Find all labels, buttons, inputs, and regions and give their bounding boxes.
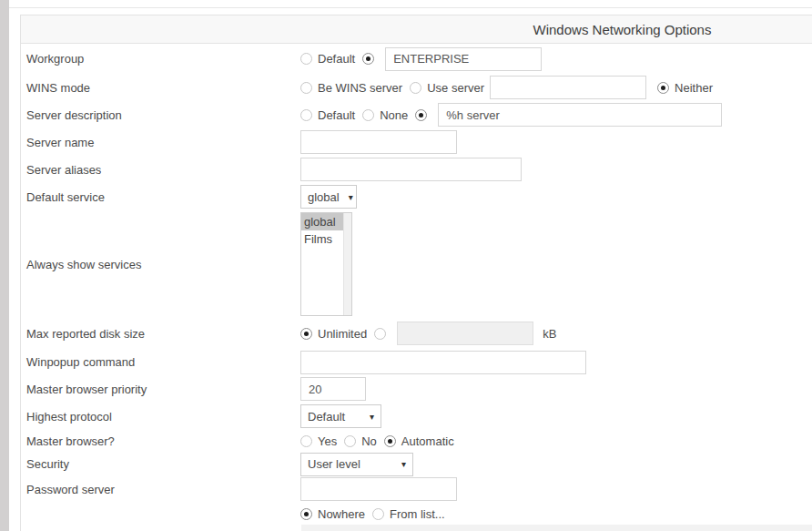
server-description-default-radio-label: Default (318, 108, 355, 122)
panel-header: Windows Networking Options (21, 15, 812, 44)
wins-server-input[interactable] (490, 76, 646, 99)
highest-protocol-row: Highest protocol Default ▾ (21, 403, 812, 430)
password-source-nowhere-radio-label: Nowhere (318, 507, 365, 521)
master-browser-row: Master browser? Yes No Automatic (21, 430, 812, 453)
always-show-services-label: Always show services (21, 258, 300, 271)
max-disk-unlimited-radio-label: Unlimited (318, 327, 367, 341)
page-title: Windows Networking Options (533, 22, 712, 37)
workgroup-input[interactable] (385, 47, 542, 71)
server-description-custom-radio[interactable] (415, 109, 427, 121)
default-service-row: Default service global ▾ (21, 183, 812, 210)
workgroup-default-radio-label: Default (318, 52, 355, 66)
workgroup-default-radio[interactable] (300, 53, 312, 65)
wins-neither-radio-label: Neither (675, 81, 713, 95)
max-disk-size-unit: kB (543, 327, 556, 341)
server-description-row: Server description Default None (21, 101, 812, 128)
default-service-select[interactable]: global ▾ (300, 185, 357, 209)
server-name-input[interactable] (300, 130, 457, 154)
winpopup-command-input[interactable] (300, 351, 586, 374)
wins-neither-radio[interactable] (657, 82, 669, 94)
chevron-down-icon: ▾ (370, 412, 374, 422)
server-description-none-radio-label: None (380, 108, 408, 122)
security-select[interactable]: User level ▾ (300, 453, 413, 476)
server-description-none-radio[interactable] (362, 109, 374, 121)
server-description-default-radio[interactable] (300, 109, 312, 121)
default-service-selected-value: global (308, 190, 340, 204)
master-browser-yes-radio[interactable] (300, 435, 312, 447)
always-show-services-row: Always show services global Films (21, 210, 812, 318)
master-browser-priority-label: Master browser priority (21, 383, 300, 396)
wins-mode-label: WINS mode (21, 81, 300, 95)
max-disk-unlimited-radio[interactable] (300, 328, 312, 340)
page-scrollbar-strip[interactable] (0, 0, 9, 531)
max-disk-size-input[interactable] (397, 322, 533, 345)
password-server-input[interactable] (300, 477, 457, 501)
master-browser-label: Master browser? (21, 434, 300, 448)
chevron-down-icon: ▾ (401, 459, 406, 469)
listbox-option-films[interactable]: Films (301, 230, 343, 248)
password-source-row: Nowhere From list... (21, 503, 812, 525)
master-browser-yes-radio-label: Yes (318, 434, 337, 448)
password-server-row: Password server (21, 475, 812, 503)
always-show-services-listbox[interactable]: global Films (300, 212, 352, 316)
highest-protocol-label: Highest protocol (21, 410, 300, 424)
top-divider (9, 7, 812, 8)
max-disk-size-row: Max reported disk size Unlimited kB (21, 318, 812, 349)
wins-be-server-radio[interactable] (300, 82, 312, 94)
server-description-input[interactable] (438, 103, 722, 127)
password-server-label: Password server (21, 483, 300, 496)
windows-networking-options-panel: Windows Networking Options Workgroup Def… (20, 15, 812, 531)
clipped-list-strip (301, 525, 812, 531)
default-service-label: Default service (21, 190, 300, 204)
master-browser-automatic-radio-label: Automatic (401, 434, 454, 448)
master-browser-automatic-radio[interactable] (384, 435, 396, 447)
password-source-fromlist-radio-label: From list... (390, 507, 445, 521)
wins-use-server-radio-label: Use server (427, 81, 484, 95)
wins-mode-row: WINS mode Be WINS server Use server Neit… (21, 74, 812, 101)
master-browser-priority-input[interactable] (300, 377, 366, 401)
workgroup-row: Workgroup Default (21, 44, 812, 74)
server-name-label: Server name (21, 136, 300, 149)
server-aliases-input[interactable] (300, 158, 522, 181)
wins-be-server-radio-label: Be WINS server (318, 81, 402, 95)
workgroup-custom-radio[interactable] (362, 53, 374, 65)
server-description-label: Server description (21, 108, 300, 122)
security-row: Security User level ▾ (21, 453, 812, 475)
security-selected-value: User level (308, 457, 360, 471)
highest-protocol-select[interactable]: Default ▾ (300, 404, 381, 428)
chevron-down-icon: ▾ (349, 192, 353, 202)
winpopup-command-row: Winpopup command (21, 349, 812, 375)
options-form: Workgroup Default WINS mode Be WINS serv… (21, 44, 812, 531)
wins-use-server-radio[interactable] (410, 82, 421, 94)
max-disk-custom-radio[interactable] (374, 328, 386, 340)
server-name-row: Server name (21, 128, 812, 156)
server-aliases-row: Server aliases (21, 156, 812, 183)
password-source-fromlist-radio[interactable] (372, 508, 384, 520)
server-aliases-label: Server aliases (21, 163, 300, 177)
max-disk-size-label: Max reported disk size (21, 327, 300, 341)
listbox-scrollbar[interactable] (343, 213, 351, 315)
highest-protocol-selected-value: Default (308, 410, 345, 424)
security-label: Security (21, 457, 300, 471)
master-browser-priority-row: Master browser priority (21, 375, 812, 403)
password-source-nowhere-radio[interactable] (300, 508, 312, 520)
workgroup-label: Workgroup (21, 52, 300, 66)
master-browser-no-radio-label: No (361, 434, 377, 448)
listbox-option-global[interactable]: global (301, 213, 343, 230)
master-browser-no-radio[interactable] (344, 435, 356, 447)
winpopup-command-label: Winpopup command (21, 355, 300, 369)
